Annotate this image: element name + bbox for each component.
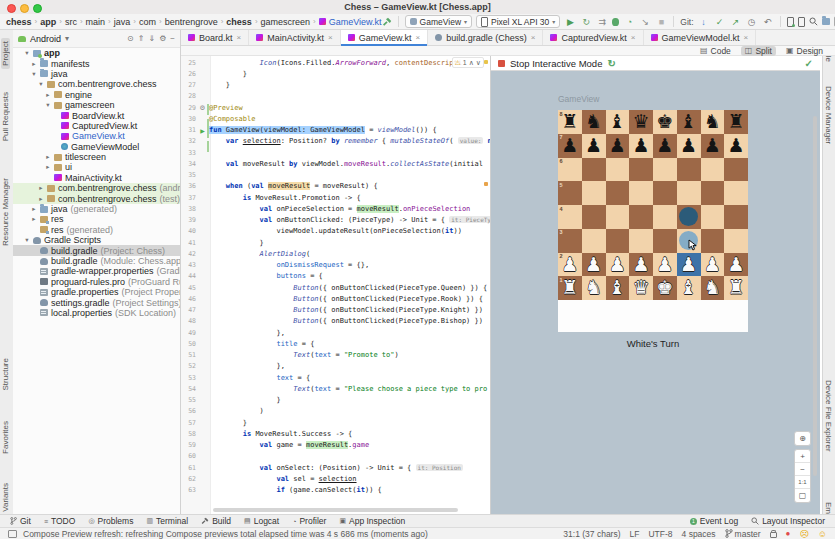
code-editor[interactable]: 25 Icon(Icons.Filled.ArrowForward, conte…: [181, 56, 490, 514]
code-line[interactable]: 33: [181, 147, 490, 158]
background-task-icon[interactable]: [8, 530, 17, 538]
tree-item-com-bentrengrove-chess[interactable]: ▸com.bentrengrove.chess (androidTest): [13, 183, 180, 193]
tool-window-button-app-inspection[interactable]: ▣App Inspection: [339, 516, 405, 526]
board-square[interactable]: [677, 158, 701, 182]
warning-stripe-mark[interactable]: [484, 60, 488, 64]
board-square[interactable]: [582, 181, 606, 205]
apply-code-changes-button[interactable]: ⇉: [596, 17, 608, 27]
board-square[interactable]: ♚: [653, 276, 677, 300]
prev-issue-icon[interactable]: ∧: [469, 59, 474, 67]
tool-window-button-git[interactable]: Git: [10, 516, 31, 526]
board-square[interactable]: ♟: [629, 253, 653, 277]
file-encoding[interactable]: UTF-8: [648, 529, 672, 539]
refresh-preview-icon[interactable]: ↻: [607, 58, 615, 69]
tree-item-gradle-wrapper-properties[interactable]: gradle-wrapper.properties (Gradle Versio…: [13, 266, 180, 276]
zoom-out-button[interactable]: −: [795, 463, 810, 476]
tool-window-button-terminal[interactable]: ▥Terminal: [146, 516, 188, 526]
board-square[interactable]: [629, 181, 653, 205]
board-square[interactable]: [629, 229, 653, 253]
code-line[interactable]: 59 val game = moveResult.game: [181, 440, 490, 451]
board-square[interactable]: ♟: [606, 134, 630, 158]
feedback-sad-icon[interactable]: ☹: [799, 529, 808, 539]
tree-item-engine[interactable]: ▸engine: [13, 90, 180, 100]
tree-item-gamescreen[interactable]: ▾gamescreen: [13, 100, 180, 110]
tool-stripe-device-file-explorer[interactable]: Device File Explorer: [824, 380, 833, 452]
attach-debugger-button[interactable]: ↘: [639, 17, 651, 27]
tree-item-manifests[interactable]: ▸manifests: [13, 58, 180, 68]
project-structure-icon[interactable]: [822, 18, 830, 25]
board-square[interactable]: ♝: [677, 110, 701, 134]
board-square[interactable]: [606, 229, 630, 253]
code-line[interactable]: 39 val onButtonClicked: (PieceType) -> U…: [181, 215, 490, 226]
tree-item-gradle-properties[interactable]: gradle.properties (Project Properties): [13, 287, 180, 297]
board-square[interactable]: ♞: [701, 276, 725, 300]
board-square[interactable]: 5: [558, 181, 582, 205]
close-tab-icon[interactable]: ×: [531, 33, 536, 42]
board-square[interactable]: ♟: [582, 253, 606, 277]
board-square[interactable]: [724, 205, 748, 229]
code-line[interactable]: 54 Text(text = "Please choose a piece ty…: [181, 383, 490, 394]
tree-item-settings-gradle[interactable]: settings.gradle (Project Settings): [13, 297, 180, 307]
breadcrumb-item[interactable]: java: [114, 17, 131, 27]
code-line[interactable]: 50 title = {: [181, 338, 490, 349]
caret-position[interactable]: 31:1 (37 chars): [563, 529, 620, 539]
tree-item-app[interactable]: ▾app: [13, 48, 180, 58]
hide-panel-icon[interactable]: −: [170, 34, 175, 43]
code-line[interactable]: 26 }: [181, 68, 490, 79]
tool-stripe-pull-requests[interactable]: Pull Requests: [1, 92, 10, 141]
board-square[interactable]: [724, 158, 748, 182]
breadcrumb-item[interactable]: bentrengrove: [165, 17, 218, 27]
code-line[interactable]: 25 Icon(Icons.Filled.ArrowForward, conte…: [181, 57, 490, 68]
code-line[interactable]: 49 },: [181, 327, 490, 338]
tree-item-boardview-kt[interactable]: BoardView.kt: [13, 110, 180, 120]
code-line[interactable]: 45 Button({ onButtonClicked(PieceType.Qu…: [181, 282, 490, 293]
board-square[interactable]: [629, 158, 653, 182]
mode-button-split[interactable]: ◫Split: [741, 46, 776, 56]
tree-item-gameview-kt[interactable]: GameView.kt: [13, 131, 180, 141]
feedback-happy-icon[interactable]: ☺: [818, 529, 827, 539]
tree-item-com-bentrengrove-chess[interactable]: ▾com.bentrengrove.chess: [13, 79, 180, 89]
debug-button[interactable]: [612, 18, 619, 26]
profile-button[interactable]: ◔: [623, 17, 635, 27]
board-square[interactable]: ♟: [701, 134, 725, 158]
tool-stripe-favorites[interactable]: Favorites: [1, 421, 10, 454]
board-square[interactable]: ♟: [629, 134, 653, 158]
project-view-select[interactable]: Android: [30, 34, 61, 44]
code-line[interactable]: 63 if (game.canSelect(it)) {: [181, 485, 490, 496]
git-commit-button[interactable]: ✓: [714, 17, 726, 27]
chevron-collapsed-icon[interactable]: ▸: [45, 163, 51, 171]
code-line[interactable]: 48 Button({ onButtonClicked(PieceType.Bi…: [181, 316, 490, 327]
board-square[interactable]: ♞: [582, 110, 606, 134]
board-square[interactable]: [724, 181, 748, 205]
build-hammer-icon[interactable]: [382, 17, 392, 27]
chevron-expanded-icon[interactable]: ▾: [38, 80, 44, 88]
apply-changes-button[interactable]: ↻: [580, 17, 592, 27]
tool-window-button-layout-inspector[interactable]: Layout Inspector: [751, 516, 825, 526]
pan-icon[interactable]: ⊕: [795, 432, 810, 445]
chevron-expanded-icon[interactable]: ▾: [45, 101, 51, 109]
code-line[interactable]: 43 onDismissRequest = {},: [181, 260, 490, 271]
code-line[interactable]: 36 when (val moveResult = moveResult) {: [181, 181, 490, 192]
board-square[interactable]: ♟: [606, 253, 630, 277]
code-line[interactable]: 53 text = {: [181, 372, 490, 383]
locate-file-icon[interactable]: ⊙: [127, 34, 134, 43]
board-square[interactable]: 6: [558, 158, 582, 182]
code-line[interactable]: 31▶fun GameView(viewModel: GameViewModel…: [181, 125, 490, 136]
lock-icon[interactable]: [770, 532, 777, 538]
chevron-collapsed-icon[interactable]: ▸: [45, 153, 51, 161]
code-line[interactable]: 28: [181, 91, 490, 102]
tree-item-proguard-rules-pro[interactable]: proguard-rules.pro (ProGuard Rules for C…: [13, 277, 180, 287]
code-line[interactable]: 56 ): [181, 406, 490, 417]
zoom-actual-size-button[interactable]: 1:1: [795, 476, 810, 489]
history-button[interactable]: ◷: [746, 17, 758, 27]
chevron-collapsed-icon[interactable]: ▸: [31, 60, 37, 68]
board-square[interactable]: ♞: [701, 110, 725, 134]
code-line[interactable]: 29⚙@Preview: [181, 102, 490, 113]
editor-tab-board-kt[interactable]: Board.kt×: [181, 30, 249, 45]
line-ending[interactable]: LF: [630, 529, 640, 539]
git-push-button[interactable]: ↗: [730, 17, 742, 27]
board-square[interactable]: [582, 205, 606, 229]
board-square[interactable]: [701, 229, 725, 253]
board-square[interactable]: ♟: [701, 253, 725, 277]
code-line[interactable]: 30@Composable: [181, 113, 490, 124]
